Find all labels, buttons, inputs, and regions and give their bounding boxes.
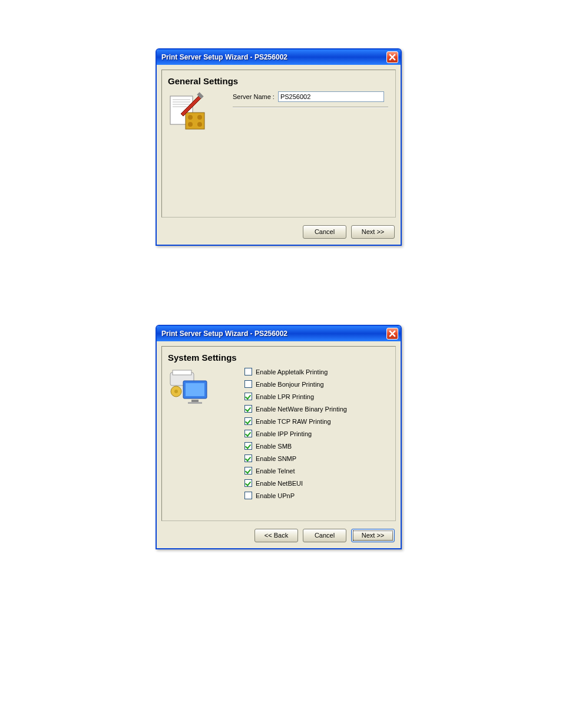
- section-heading: System Settings: [168, 353, 389, 363]
- settings-icon: [169, 91, 210, 133]
- window-title: Print Server Setup Wizard - PS256002: [161, 330, 287, 338]
- cancel-button[interactable]: Cancel: [303, 225, 346, 239]
- back-button[interactable]: << Back: [254, 529, 298, 542]
- content-panel: System Settings Enable Appletalk Printin…: [161, 346, 396, 521]
- checkbox[interactable]: [244, 380, 252, 388]
- svg-rect-17: [191, 400, 199, 402]
- svg-point-9: [197, 122, 202, 127]
- dialog-body: System Settings Enable Appletalk Printin…: [157, 341, 401, 548]
- option-row: Enable SNMP: [244, 452, 388, 465]
- close-icon: [389, 54, 396, 61]
- option-label[interactable]: Enable TCP RAW Printing: [256, 418, 331, 425]
- wizard-dialog-general: Print Server Setup Wizard - PS256002 Gen…: [156, 48, 402, 246]
- titlebar[interactable]: Print Server Setup Wizard - PS256002: [157, 326, 401, 341]
- checkbox-list: Enable Appletalk PrintingEnable Bonjour …: [244, 365, 388, 502]
- option-label[interactable]: Enable Bonjour Printing: [256, 381, 324, 388]
- option-label[interactable]: Enable Appletalk Printing: [256, 368, 328, 375]
- system-icon: [169, 368, 210, 409]
- next-button[interactable]: Next >>: [351, 225, 395, 239]
- option-label[interactable]: Enable UPnP: [256, 492, 295, 499]
- checkbox[interactable]: [244, 430, 252, 437]
- server-name-row: Server Name :: [233, 91, 388, 102]
- checkbox[interactable]: [244, 393, 252, 400]
- button-row: Cancel Next >>: [157, 222, 401, 245]
- option-row: Enable LPR Printing: [244, 390, 388, 403]
- server-name-label: Server Name :: [233, 93, 275, 100]
- option-label[interactable]: Enable IPP Printing: [256, 430, 312, 437]
- svg-rect-12: [173, 370, 191, 375]
- option-row: Enable Telnet: [244, 465, 388, 477]
- svg-rect-18: [188, 402, 202, 404]
- button-row: << Back Cancel Next >>: [157, 526, 401, 548]
- option-label[interactable]: Enable NetWare Binary Printing: [256, 406, 347, 413]
- cancel-button[interactable]: Cancel: [303, 529, 346, 542]
- option-label[interactable]: Enable Telnet: [256, 467, 295, 475]
- close-button[interactable]: [386, 51, 398, 63]
- checkbox[interactable]: [244, 492, 252, 499]
- divider: [233, 107, 388, 108]
- svg-point-8: [188, 122, 193, 127]
- option-row: Enable Bonjour Printing: [244, 378, 388, 390]
- option-label[interactable]: Enable LPR Printing: [256, 393, 314, 400]
- svg-point-14: [174, 390, 178, 393]
- server-name-input[interactable]: [278, 91, 384, 102]
- window-title: Print Server Setup Wizard - PS256002: [161, 53, 287, 61]
- option-row: Enable TCP RAW Printing: [244, 415, 388, 427]
- option-row: Enable Appletalk Printing: [244, 365, 388, 378]
- close-button[interactable]: [386, 328, 398, 340]
- svg-rect-5: [186, 113, 204, 129]
- option-label[interactable]: Enable NetBEUI: [256, 480, 303, 487]
- wizard-dialog-system: Print Server Setup Wizard - PS256002 Sys…: [156, 325, 402, 549]
- section-heading: General Settings: [168, 76, 389, 86]
- option-label[interactable]: Enable SMB: [256, 443, 292, 450]
- checkbox[interactable]: [244, 405, 252, 413]
- option-row: Enable SMB: [244, 440, 388, 452]
- checkbox[interactable]: [244, 479, 252, 487]
- content-panel: General Settings Server Name :: [161, 70, 396, 218]
- checkbox[interactable]: [244, 417, 252, 425]
- checkbox[interactable]: [244, 467, 252, 475]
- option-row: Enable UPnP: [244, 489, 388, 502]
- option-row: Enable NetWare Binary Printing: [244, 403, 388, 415]
- titlebar[interactable]: Print Server Setup Wizard - PS256002: [157, 50, 401, 65]
- option-label[interactable]: Enable SNMP: [256, 455, 296, 462]
- svg-point-7: [197, 115, 202, 120]
- checkbox[interactable]: [244, 454, 252, 462]
- checkbox[interactable]: [244, 442, 252, 450]
- svg-rect-16: [186, 383, 204, 396]
- form-area: Server Name :: [233, 91, 388, 108]
- dialog-body: General Settings Server Name :: [157, 65, 401, 245]
- next-button[interactable]: Next >>: [351, 529, 395, 542]
- checkbox[interactable]: [244, 368, 252, 375]
- svg-point-6: [188, 115, 193, 120]
- option-row: Enable IPP Printing: [244, 427, 388, 440]
- option-row: Enable NetBEUI: [244, 477, 388, 489]
- close-icon: [389, 330, 396, 337]
